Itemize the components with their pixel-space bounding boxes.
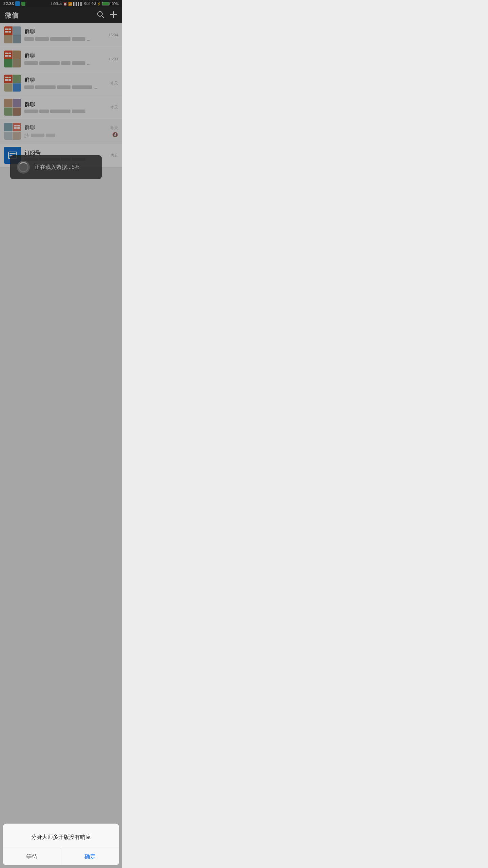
dim-overlay (0, 0, 122, 235)
